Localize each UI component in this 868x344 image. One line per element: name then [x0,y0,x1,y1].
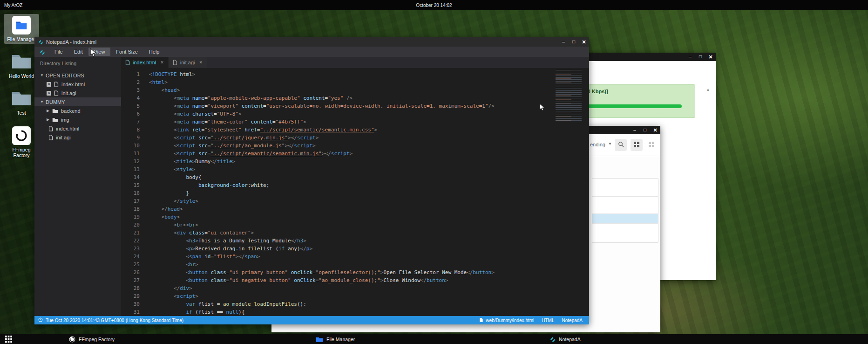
desktop-icon-test[interactable]: Test [4,88,39,117]
line-number: 20 [121,221,140,229]
close-button[interactable]: ✕ [579,38,589,46]
grid-view-icon [634,141,639,149]
taskbar-item-label: NotepadA [559,337,581,342]
line-number: 19 [121,213,140,221]
taskbar-item-notepada[interactable]: NotepadA [549,334,581,344]
code-line: 30 var flist = ao_module_loadInputFiles(… [121,300,589,308]
desktop-icon-hello-world[interactable]: Hello World [4,51,39,81]
directory-sidebar: Directory Listing ▼OPEN EDITORS✕ index.h… [34,57,121,316]
ffmpeg-icon [12,126,31,145]
taskbar-item-ffmpeg-factory[interactable]: FFmpeg Factory [69,334,115,344]
system-clock: October 20 14:02 [0,3,868,8]
sort-order-dropdown[interactable]: ending [590,142,605,147]
editor-statusbar: Tue Oct 20 2020 14:01:43 GMT+0800 (Hong … [34,316,589,324]
desktop-icon-label: FFmpeg Factory [5,147,38,158]
code-line: 12 <title>Dummy</title> [121,158,589,165]
code-editor[interactable]: 1<!DOCTYPE html>2<html>3 <head>4 <meta n… [121,68,589,316]
tree-item-img[interactable]: ▶ img [34,115,121,124]
line-number: 26 [121,268,140,276]
code-line: 13 <style> [121,165,589,173]
system-top-bar: My ArOZ October 20 14:02 [0,0,868,10]
menu-file[interactable]: File [49,48,68,56]
code-line: 6 <meta charset="UTF-8"> [121,110,589,118]
tree-item-init.agi[interactable]: ✕ init.agi [34,89,121,97]
file-icon [54,90,59,96]
desktop-icon-label: Hello World [9,73,34,79]
taskbar-item-file-manager[interactable]: File Manager [316,334,355,344]
tree-item-backend[interactable]: ▶ backend [34,106,121,115]
line-number: 29 [121,292,140,300]
grid-view-button[interactable] [631,139,643,151]
notepada-logo-icon [39,49,45,55]
chevron-down-icon: ▼ [608,142,612,146]
status-datetime: Tue Oct 20 2020 14:01:43 GMT+0800 (Hong … [46,318,183,323]
menu-edit[interactable]: Edit [68,48,88,56]
notepada-titlebar[interactable]: NotepadA - index.html –□✕ [34,37,589,47]
code-line: 24 <span id="flist"></span> [121,253,589,261]
status-file-path[interactable]: web/Dummy/index.html [486,318,534,323]
tree-item-index.html[interactable]: ✕ index.html [34,80,121,89]
maximize-button[interactable]: □ [695,53,705,61]
window-title: NotepadA - index.html [46,39,96,45]
code-line: 14 body{ [121,173,589,181]
close-tab-icon[interactable]: ✕ [160,60,164,65]
desktop-icon-label: File Manager [7,36,35,42]
line-number: 18 [121,205,140,213]
menu-help[interactable]: Help [143,48,165,56]
menu-font-size[interactable]: Font Size [110,48,143,56]
code-line: 19 <body> [121,213,589,221]
scroll-up-icon[interactable]: ▲ [706,87,710,92]
close-file-icon[interactable]: ✕ [47,82,51,87]
tree-item-init.agi[interactable]: init.agi [34,133,121,142]
notepada-window[interactable]: NotepadA - index.html –□✕ FileEditViewFo… [34,37,589,324]
folder-icon [52,117,58,122]
code-line: 17 </style> [121,197,589,205]
app-launcher-icon[interactable] [5,335,13,343]
taskbar-item-label: FFmpeg Factory [79,337,115,342]
minimize-button[interactable]: – [685,53,695,61]
close-button[interactable]: ✕ [705,53,716,61]
tree-item-index.html[interactable]: index.html [34,124,121,133]
close-tab-icon[interactable]: ✕ [199,60,203,65]
code-line: 27 <button class="ui negative button" on… [121,276,589,284]
code-line: 2<html> [121,78,589,86]
status-language[interactable]: HTML [542,318,554,323]
maximize-button[interactable]: □ [569,38,579,46]
search-button[interactable] [615,139,627,151]
tree-section-dummy[interactable]: ▼DUMMY [34,97,121,106]
line-number: 27 [121,276,140,284]
line-number: 10 [121,142,140,150]
minimize-button[interactable]: – [558,38,569,46]
line-number: 21 [121,229,140,237]
maximize-button[interactable]: □ [640,126,650,134]
list-view-button[interactable] [645,139,658,151]
ffmpeg-icon [69,336,75,343]
line-number: 3 [121,86,140,94]
file-icon [48,126,53,131]
desktop-icon-file-manager[interactable]: File Manager [4,14,39,44]
file-icon [48,135,53,140]
tree-label: index.html [56,126,79,131]
tree-section-open-editors[interactable]: ▼OPEN EDITORS [34,71,121,80]
file-icon [125,60,130,65]
minimize-button[interactable]: – [630,126,640,134]
line-number: 15 [121,181,140,189]
file-list-row[interactable] [592,224,658,242]
line-number: 9 [121,134,140,142]
code-line: 15 background-color:white; [121,181,589,189]
line-number: 16 [121,189,140,197]
close-file-icon[interactable]: ✕ [47,91,51,96]
desktop-icon-ffmpeg-factory[interactable]: FFmpeg Factory [4,124,39,160]
tab-index.html[interactable]: index.html ✕ [121,57,169,68]
line-number: 7 [121,118,140,126]
minimap[interactable] [556,70,586,121]
chevron-right-icon: ▶ [47,109,52,113]
line-number: 13 [121,165,140,173]
close-button[interactable]: ✕ [650,126,660,134]
file-list-row[interactable] [592,214,658,224]
file-list-row[interactable] [592,179,658,197]
file-list-row[interactable] [592,197,658,214]
line-number: 4 [121,94,140,102]
tab-init.agi[interactable]: init.agi ✕ [169,57,207,68]
code-line: 22 <h3>This is a Dummy Testing Module</h… [121,237,589,245]
